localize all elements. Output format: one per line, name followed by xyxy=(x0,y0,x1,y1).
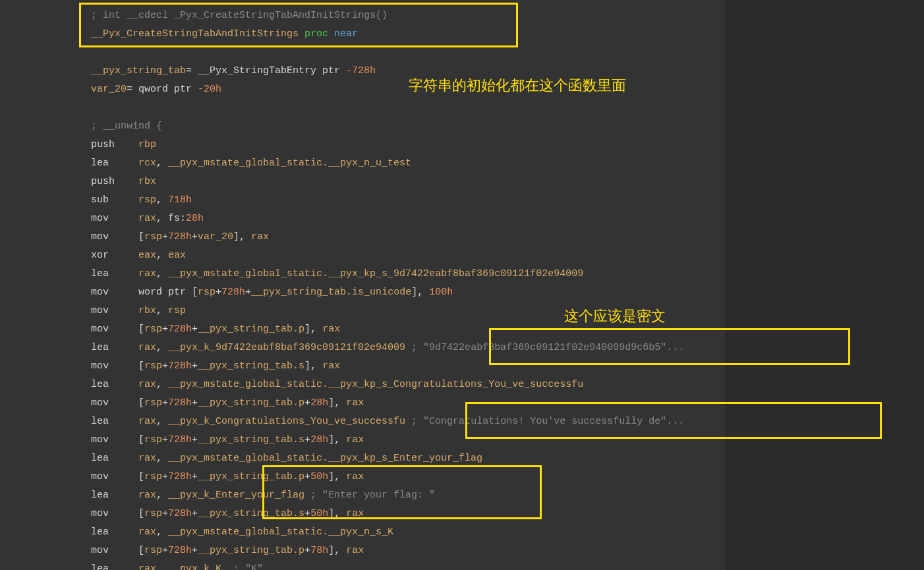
code-token: mov [ xyxy=(91,471,144,482)
code-token: __pyx_k_Enter_your_flag xyxy=(168,490,304,501)
code-token: __pyx_k_K xyxy=(168,563,227,570)
code-line[interactable]: mov [rsp+728h+__pyx_string_tab.p], rax xyxy=(91,320,725,339)
code-token: + xyxy=(192,434,198,445)
code-token: + xyxy=(304,545,310,556)
code-line[interactable]: lea rax, __pyx_k_9d7422eabf8baf369c09121… xyxy=(91,339,725,357)
code-token: __pyx_mstate_global_static.__pyx_n_u_tes… xyxy=(168,157,411,169)
code-token: mov [ xyxy=(91,231,144,242)
code-line[interactable]: __Pyx_CreateStringTabAndInitStrings proc… xyxy=(91,25,725,43)
code-token: 728h xyxy=(221,287,245,298)
code-line[interactable]: mov [rsp+728h+__pyx_string_tab.s+50h], r… xyxy=(91,505,725,523)
code-token: rax xyxy=(138,416,156,427)
code-token: rsp xyxy=(144,508,162,519)
code-line[interactable]: mov [rsp+728h+__pyx_string_tab.s], rax xyxy=(91,357,725,376)
code-token: + xyxy=(304,397,310,409)
code-line[interactable]: mov [rsp+728h+__pyx_string_tab.p+28h], r… xyxy=(91,394,725,413)
code-token: __pyx_string_tab.s xyxy=(198,508,304,519)
code-line[interactable]: mov [rsp+728h+__pyx_string_tab.p+50h], r… xyxy=(91,468,725,486)
code-line[interactable]: push rbp xyxy=(91,136,725,154)
code-line[interactable]: lea rax, __pyx_mstate_global_static.__py… xyxy=(91,265,725,283)
code-token: + xyxy=(162,508,168,519)
code-token: + xyxy=(162,360,168,372)
code-token: 78h xyxy=(310,545,328,556)
code-token: , xyxy=(156,453,168,464)
code-token: __pyx_string_tab.p xyxy=(198,324,304,335)
code-line[interactable]: lea rcx, __pyx_mstate_global_static.__py… xyxy=(91,154,725,173)
code-line[interactable] xyxy=(91,99,725,117)
code-token: 728h xyxy=(168,324,192,335)
code-token: __pyx_mstate_global_static.__pyx_n_s_K xyxy=(168,527,393,538)
code-line[interactable]: lea rax, __pyx_k_Congratulations_You_ve_… xyxy=(91,413,725,431)
code-token: + xyxy=(192,508,198,519)
code-line[interactable]: mov rbx, rsp xyxy=(91,302,725,320)
code-token: 728h xyxy=(168,397,192,409)
code-line[interactable]: xor eax, eax xyxy=(91,246,725,265)
code-token xyxy=(328,28,334,40)
code-line[interactable]: lea rax, __pyx_mstate_global_static.__py… xyxy=(91,523,725,542)
code-token: rax xyxy=(346,397,364,409)
code-token: + xyxy=(162,434,168,445)
code-line[interactable]: mov [rsp+728h+__pyx_string_tab.s+28h], r… xyxy=(91,431,725,449)
code-token: + xyxy=(192,397,198,409)
code-token: rbx xyxy=(138,176,156,187)
code-token: ; __unwind { xyxy=(91,121,162,132)
code-token: sub xyxy=(91,194,138,206)
code-line[interactable]: mov [rsp+728h+var_20], rax xyxy=(91,228,725,246)
code-line[interactable]: var_20= qword ptr -20h xyxy=(91,80,725,99)
code-token: mov [ xyxy=(91,397,144,409)
code-line[interactable]: ; __unwind { xyxy=(91,117,725,136)
code-token: ], xyxy=(304,324,322,335)
code-token: , xyxy=(156,379,168,390)
code-line[interactable]: __pyx_string_tab= __Pyx_StringTabEntry p… xyxy=(91,62,725,80)
code-token: ], xyxy=(328,434,346,445)
code-token: mov [ xyxy=(91,434,144,445)
code-token: lea xyxy=(91,157,138,169)
code-token: ; "Enter your flag: " xyxy=(304,490,435,501)
code-line[interactable]: mov [rsp+728h+__pyx_string_tab.p+78h], r… xyxy=(91,542,725,560)
code-line[interactable]: sub rsp, 718h xyxy=(91,191,725,210)
code-line[interactable]: mov rax, fs:28h xyxy=(91,210,725,228)
code-token: + xyxy=(162,231,168,242)
code-token: + xyxy=(304,434,310,445)
code-token: rax xyxy=(322,324,340,335)
code-token: + xyxy=(192,360,198,372)
code-line[interactable]: lea rax, __pyx_mstate_global_static.__py… xyxy=(91,376,725,394)
code-token: rsp xyxy=(144,397,162,409)
code-token: eax xyxy=(138,250,156,261)
disassembly-view[interactable]: ; int __cdecl _Pyx_CreateStringTabAndIni… xyxy=(0,0,725,570)
code-token: rsp xyxy=(198,287,216,298)
code-token: , xyxy=(156,563,168,570)
code-token: lea xyxy=(91,527,138,538)
code-token: __pyx_string_tab xyxy=(91,65,186,76)
code-token: rax xyxy=(138,527,156,538)
code-line[interactable]: lea rax, __pyx_mstate_global_static.__py… xyxy=(91,449,725,468)
code-token xyxy=(91,102,97,113)
code-line[interactable]: mov word ptr [rsp+728h+__pyx_string_tab.… xyxy=(91,283,725,302)
code-token: rsp xyxy=(144,471,162,482)
code-line[interactable] xyxy=(91,43,725,62)
code-token: __pyx_k_Congratulations_You_ve_successfu xyxy=(168,416,405,427)
code-token: , xyxy=(156,490,168,501)
code-token: rax xyxy=(138,453,156,464)
code-line[interactable]: push rbx xyxy=(91,173,725,191)
code-token: mov xyxy=(91,305,138,316)
code-line[interactable]: lea rax, __pyx_k_Enter_your_flag ; "Ente… xyxy=(91,486,725,505)
code-token: eax xyxy=(168,250,186,261)
code-line[interactable]: lea rax, __pyx_k_K ; "K" xyxy=(91,560,725,570)
code-token: rax xyxy=(322,360,340,372)
code-token: rax xyxy=(138,379,156,390)
code-token: , xyxy=(156,250,168,261)
code-token: __Pyx_CreateStringTabAndInitStrings xyxy=(91,28,299,40)
code-token: + xyxy=(304,508,310,519)
code-token: rax xyxy=(346,508,364,519)
code-token: rsp xyxy=(168,305,186,316)
code-token: + xyxy=(216,287,221,298)
code-token: 728h xyxy=(168,508,192,519)
code-token: __pyx_string_tab.is_unicode xyxy=(251,287,411,298)
code-token: rcx xyxy=(138,157,156,169)
code-token: 28h xyxy=(310,434,328,445)
code-token: rax xyxy=(138,490,156,501)
code-line[interactable]: ; int __cdecl _Pyx_CreateStringTabAndIni… xyxy=(91,7,725,25)
code-token: lea xyxy=(91,563,138,570)
code-token: mov [ xyxy=(91,360,144,372)
